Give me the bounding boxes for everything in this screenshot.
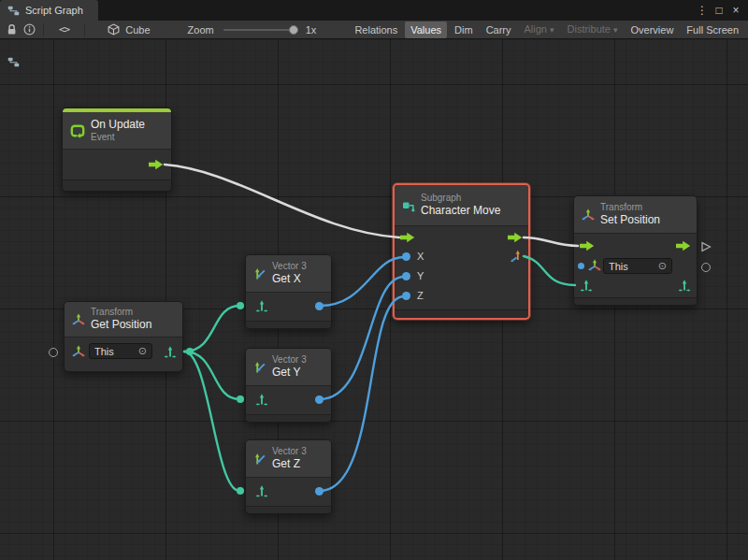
value-input-port-y[interactable] [402, 272, 410, 280]
node-character-move[interactable]: Subgraph Character Move X Y Z [393, 183, 530, 320]
node-title: On Update [91, 118, 145, 132]
node-footer [246, 321, 331, 328]
transform-icon [582, 208, 595, 222]
value-output-port[interactable] [315, 302, 324, 310]
field-value: This [94, 346, 114, 357]
node-header: Subgraph Character Move [395, 185, 528, 226]
target-object-field[interactable]: This ⊙ [603, 258, 672, 274]
node-footer [574, 297, 697, 305]
graph-toolbar: <> Cube Zoom 1x Relations Values Dim Car… [0, 21, 748, 39]
node-on-update[interactable]: On Update Event [62, 108, 172, 192]
window-close-button[interactable]: × [727, 0, 744, 21]
unconnected-target-port[interactable] [49, 348, 58, 357]
transform-icon [72, 345, 85, 358]
toolbar-divider [84, 23, 85, 36]
flow-output-port[interactable] [508, 232, 523, 243]
flow-output-port[interactable] [676, 240, 691, 251]
node-title: Get Position [91, 318, 151, 332]
zoom-slider[interactable] [223, 29, 296, 31]
dropdown-arrow-icon: ▾ [550, 25, 554, 35]
node-title: Get Y [272, 366, 307, 380]
button-label: Distribute [568, 23, 611, 35]
node-title: Get Z [272, 457, 307, 471]
value-input-port-z[interactable] [402, 292, 410, 300]
node-subtitle: Event [91, 132, 145, 144]
node-category: Vector 3 [272, 354, 307, 366]
toolbar-button-values[interactable]: Values [405, 22, 447, 38]
port-label-z: Z [417, 289, 424, 302]
lock-icon[interactable] [6, 23, 18, 36]
info-icon[interactable] [23, 23, 36, 36]
flow-input-port[interactable] [580, 240, 595, 251]
value-output-port[interactable] [315, 487, 324, 495]
vector-input-port[interactable] [255, 484, 268, 497]
flow-input-port[interactable] [400, 232, 415, 243]
position-output-port[interactable] [678, 279, 691, 292]
node-category: Vector 3 [272, 261, 307, 273]
node-header: Transform Set Position [574, 196, 697, 234]
node-get-z[interactable]: Vector 3 Get Z [245, 439, 332, 514]
wire-endpoint-dot [237, 395, 244, 403]
graph-canvas[interactable]: On Update Event Transform Get Position T… [0, 39, 748, 560]
on-update-event-icon [70, 123, 85, 138]
node-get-y[interactable]: Vector 3 Get Y [245, 348, 332, 423]
zoom-slider-knob[interactable] [289, 25, 298, 35]
graph-breadcrumb-icon[interactable] [7, 56, 20, 68]
window-maximize-button[interactable]: □ [711, 0, 727, 21]
object-picker-icon[interactable]: ⊙ [658, 261, 667, 271]
target-input-port[interactable] [578, 263, 584, 269]
object-picker-icon[interactable]: ⊙ [138, 346, 147, 356]
value-output-port[interactable] [315, 395, 324, 404]
wire-endpoint-dot [186, 348, 194, 355]
window-menu-button[interactable]: ⋮ [694, 0, 711, 21]
unconnected-value-port[interactable] [701, 263, 711, 272]
unconnected-flow-port[interactable] [700, 241, 712, 252]
toolbar-button-align[interactable]: Align▾ [519, 21, 560, 38]
toolbar-button-relations[interactable]: Relations [349, 22, 403, 38]
toolbar-button-carry[interactable]: Carry [481, 22, 517, 38]
node-get-x[interactable]: Vector 3 Get X [245, 254, 332, 329]
wire-value-getposition-to-getz[interactable] [184, 352, 239, 491]
node-get-position[interactable]: Transform Get Position This ⊙ [64, 301, 183, 372]
toolbar-divider [43, 23, 44, 36]
vector-input-port[interactable] [255, 299, 268, 312]
node-footer [395, 309, 528, 318]
tab-script-graph[interactable]: Script Graph [0, 0, 98, 21]
vector-input-port[interactable] [255, 393, 268, 406]
wire-endpoint-dot [237, 302, 244, 309]
node-set-position[interactable]: Transform Set Position This ⊙ [573, 195, 698, 306]
vector-output-port[interactable] [510, 250, 523, 263]
edit-graph-icon[interactable]: <> [59, 23, 69, 36]
wire-value-getx-to-x[interactable] [320, 257, 404, 306]
port-label-y: Y [417, 269, 424, 282]
toolbar-button-fullscreen[interactable]: Full Screen [681, 22, 744, 38]
node-category: Subgraph [421, 193, 500, 205]
wire-value-gety-to-y[interactable] [320, 277, 404, 399]
toolbar-button-overview[interactable]: Overview [626, 22, 680, 38]
wire-flow-onupdate-to-charactermove[interactable] [165, 165, 399, 237]
wire-value-getz-to-z[interactable] [320, 296, 404, 491]
target-object-field[interactable]: This ⊙ [89, 343, 152, 359]
target-object-label[interactable]: Cube [125, 24, 150, 36]
wire-value-getposition-to-getx[interactable] [184, 306, 239, 352]
node-category: Transform [91, 307, 151, 319]
node-title: Character Move [421, 204, 500, 218]
position-output-port[interactable] [164, 345, 177, 358]
node-header: Transform Get Position [65, 302, 182, 337]
node-header: Vector 3 Get Y [246, 349, 331, 386]
wire-value-getposition-to-gety[interactable] [184, 352, 239, 399]
wire-flow-charactermove-to-setposition[interactable] [524, 237, 578, 246]
vector3-icon [253, 267, 266, 280]
position-input-port[interactable] [580, 279, 593, 292]
subgraph-icon [402, 199, 415, 212]
toolbar-button-dim[interactable]: Dim [449, 22, 479, 38]
cube-icon [108, 23, 120, 36]
node-category: Vector 3 [272, 446, 307, 458]
toolbar-button-distribute[interactable]: Distribute▾ [562, 21, 624, 38]
title-bar: Script Graph ⋮ □ × [0, 0, 748, 21]
wire-value-charactermove-to-setposition[interactable] [524, 256, 575, 285]
dropdown-arrow-icon: ▾ [613, 25, 618, 35]
value-input-port-x[interactable] [402, 252, 410, 261]
wire-endpoint-dot [237, 487, 244, 495]
flow-output-port[interactable] [149, 159, 164, 170]
